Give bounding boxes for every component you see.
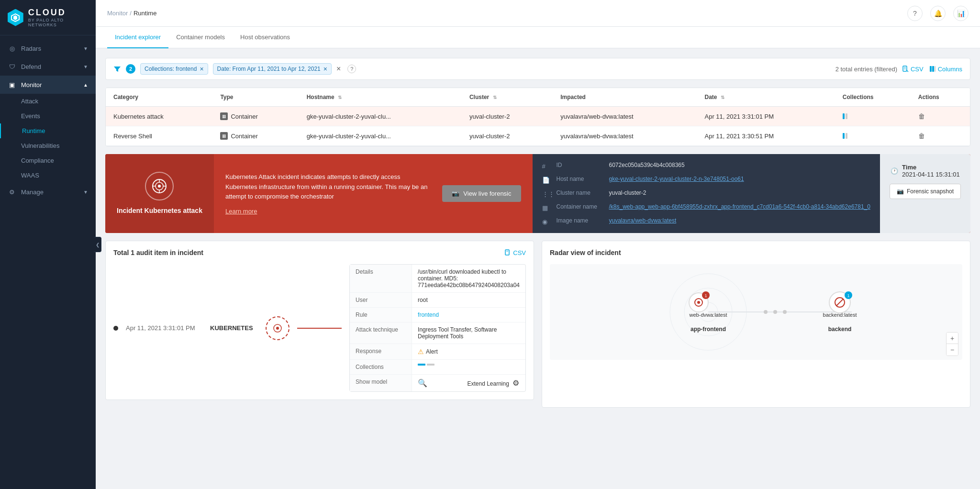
audit-target-icon (273, 323, 282, 333)
zoom-in-button[interactable]: + (947, 333, 958, 344)
audit-csv-icon (504, 249, 511, 256)
monitor-arrow-icon: ▲ (83, 82, 88, 88)
cluster-sort-icon: ⇅ (493, 95, 497, 100)
hostname-value: gke-yuval-cluster-2-yuval-cluster-2-n-3e… (609, 176, 744, 182)
sidebar-item-runtime[interactable]: Runtime (0, 123, 96, 138)
alert-warning-icon: ⚠ (418, 348, 424, 356)
row1-hostname: gke-yuval-cluster-2-yuval-clu... (299, 107, 462, 126)
container-value: /k8s_web-app_web-app-6bf458955d-zxhrx_ap… (609, 203, 870, 210)
logo-text-block: CLOUD BY PALO ALTO NETWORKS (28, 8, 88, 27)
tabs-bar: Incident explorer Container models Host … (96, 27, 980, 48)
detail-row-attack: Attack technique Ingress Tool Transfer, … (350, 322, 525, 344)
detail-cluster-row: ⋮⋮ Cluster name yuval-cluster-2 (542, 189, 870, 198)
sidebar-item-monitor[interactable]: ▣ Monitor ▲ (0, 76, 96, 94)
notifications-button[interactable]: 🔔 (930, 6, 946, 21)
svg-point-29 (697, 301, 700, 304)
row2-actions: 🗑 (911, 126, 970, 146)
sidebar-item-events[interactable]: Events (0, 109, 96, 123)
tab-container-models[interactable]: Container models (168, 27, 233, 48)
col-icon-2 (427, 364, 434, 366)
detail-hostname-row: 📄 Host name gke-yuval-cluster-2-yuval-cl… (542, 176, 870, 184)
sidebar-item-waas[interactable]: WAAS (0, 168, 96, 183)
show-model-value: 🔍 Extend Learning ⚙ (412, 375, 525, 391)
learn-more-link[interactable]: Learn more (225, 208, 431, 215)
breadcrumb-separator: / (130, 10, 132, 17)
col-category: Category (106, 88, 212, 107)
export-csv-button[interactable]: CSV (902, 66, 924, 73)
filter-help-button[interactable]: ? (347, 65, 356, 73)
row2-type-badge: ▦ Container (220, 132, 291, 140)
zoom-out-button[interactable]: − (947, 344, 958, 356)
help-button[interactable]: ? (907, 6, 923, 21)
audit-date: Apr 11, 2021 3:31:01 PM (126, 324, 202, 332)
col-bar-4 (846, 133, 847, 139)
table-row[interactable]: Reverse Shell ▦ Container gke-yuval-clus… (106, 126, 970, 146)
response-label: Response (350, 344, 412, 359)
sidebar-item-vulnerabilities[interactable]: Vulnerabilities (0, 138, 96, 153)
tab-incident-explorer[interactable]: Incident explorer (107, 27, 168, 48)
svg-point-19 (276, 327, 279, 330)
table-row[interactable]: Kubernetes attack ▦ Container gke-yuval-… (106, 107, 970, 126)
filter-chip-collections-label: Collections: frontend (145, 66, 197, 72)
col-date[interactable]: Date ⇅ (697, 88, 835, 107)
row1-collections (835, 107, 911, 126)
attack-label: Attack technique (350, 322, 412, 344)
show-model-label: Show model (350, 375, 412, 391)
sidebar-item-defend[interactable]: 🛡 Defend ▼ (0, 57, 96, 76)
row2-delete-icon[interactable]: 🗑 (918, 132, 925, 140)
alert-text: Alert (426, 348, 438, 355)
filter-chip-collections-remove[interactable]: × (200, 65, 203, 73)
svg-text:backend:latest: backend:latest (823, 312, 857, 318)
filter-clear-all[interactable]: × (336, 65, 341, 73)
tab-host-observations[interactable]: Host observations (233, 27, 298, 48)
sidebar-item-compliance[interactable]: Compliance (0, 153, 96, 168)
col-impacted: Impacted (553, 88, 697, 107)
manage-icon: ⚙ (8, 188, 16, 196)
sidebar-item-manage[interactable]: ⚙ Manage ▼ (0, 183, 96, 201)
detail-row-details: Details /usr/bin/curl downloaded kubectl… (350, 265, 525, 293)
sidebar-collapse-button[interactable]: ❮ (94, 237, 101, 252)
container-icon-2: ▦ (220, 132, 228, 140)
chart-button[interactable]: 📊 (953, 6, 969, 21)
filter-chip-date-remove[interactable]: × (323, 65, 327, 73)
sidebar-item-attack[interactable]: Attack (0, 94, 96, 109)
row2-impacted: yuvalavra/web-dvwa:latest (553, 126, 697, 146)
logo-brand: CLOUD (28, 8, 88, 18)
radar-node-backend[interactable]: 1 (829, 291, 852, 313)
incidents-table: Category Type Hostname ⇅ Cluster ⇅ Impac… (105, 88, 970, 146)
extend-icon[interactable]: ⚙ (512, 379, 519, 387)
defend-icon: 🛡 (8, 62, 16, 71)
audit-title: Total 1 audit item in incident (113, 249, 203, 256)
radar-title: Radar view of incident (550, 249, 962, 256)
svg-point-40 (773, 310, 777, 314)
show-model-icon[interactable]: 🔍 (418, 379, 427, 387)
columns-button[interactable]: Columns (929, 66, 962, 73)
table: Category Type Hostname ⇅ Cluster ⇅ Impac… (106, 88, 970, 146)
col-cluster[interactable]: Cluster ⇅ (462, 88, 553, 107)
row1-delete-icon[interactable]: 🗑 (918, 112, 925, 120)
svg-text:backend: backend (828, 326, 852, 333)
audit-csv-button[interactable]: CSV (504, 249, 526, 256)
attack-value: Ingress Tool Transfer, Software Deployme… (412, 322, 525, 344)
camera-icon: 📷 (452, 190, 459, 197)
sidebar-item-radars[interactable]: ◎ Radars ▼ (0, 39, 96, 57)
audit-section: Total 1 audit item in incident CSV Apr 1… (105, 241, 534, 400)
defend-arrow-icon: ▼ (83, 64, 88, 69)
row2-collections (835, 126, 911, 146)
id-label: ID (557, 162, 604, 168)
csv-icon (902, 66, 909, 72)
columns-icon (929, 66, 936, 72)
logo-icon (8, 9, 23, 26)
id-value: 6072ec050a539c4b4c008365 (609, 162, 685, 168)
forensic-snapshot-button[interactable]: 📷 Forensic snapshot (890, 184, 961, 199)
cluster-label: Cluster name (557, 189, 604, 196)
filter-chip-date-label: Date: From Apr 11, 2021 to Apr 12, 2021 (217, 66, 321, 72)
container-detail-icon: ▦ (542, 204, 552, 211)
col-hostname[interactable]: Hostname ⇅ (299, 88, 462, 107)
svg-point-11 (158, 185, 161, 188)
detail-id-row: # ID 6072ec050a539c4b4c008365 (542, 162, 870, 170)
detail-container-row: ▦ Container name /k8s_web-app_web-app-6b… (542, 203, 870, 211)
col-bar-3 (843, 133, 845, 139)
view-live-forensic-button[interactable]: 📷 View live forensic (442, 185, 521, 202)
time-value: 2021-04-11 15:31:01 (902, 171, 960, 178)
